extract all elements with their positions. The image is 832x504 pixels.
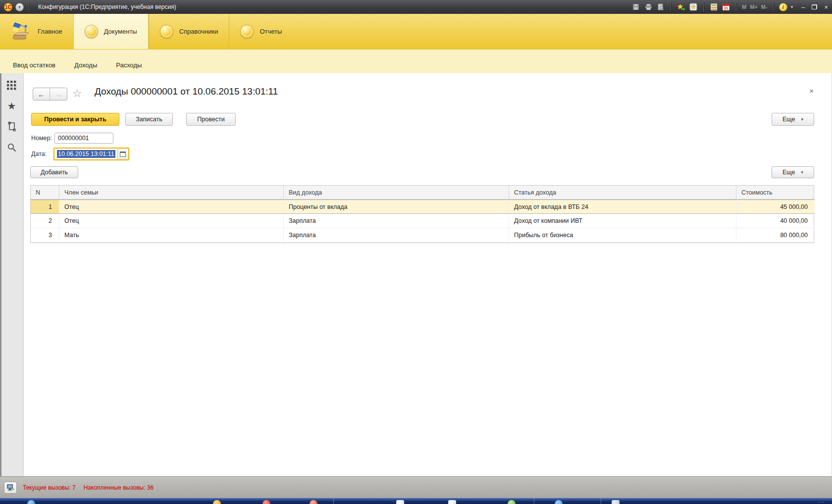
forward-button[interactable]: → <box>50 88 67 100</box>
post-button[interactable]: Провести <box>186 113 236 126</box>
submenu-item-vvod-ostatkov[interactable]: Ввод остатков <box>13 61 55 69</box>
start-orb-icon[interactable] <box>27 500 35 504</box>
cell-income-type[interactable]: Проценты от вклада <box>284 200 509 214</box>
add-button[interactable]: Добавить <box>30 166 78 178</box>
cell-amount[interactable]: 45 000,00 <box>736 200 815 214</box>
table-row[interactable]: 2 Отец Зарплата Доход от компании ИВТ 40… <box>31 214 814 228</box>
taskbar-app-icon[interactable] <box>448 500 456 504</box>
table-more-button[interactable]: Еще ▾ <box>772 166 814 178</box>
restore-button[interactable] <box>812 4 817 9</box>
column-header-member[interactable]: Член семьи <box>59 186 284 200</box>
performance-indicator-icon[interactable] <box>4 482 17 494</box>
taskbar-app-icon[interactable] <box>612 500 620 504</box>
submenu-item-raskhody[interactable]: Расходы <box>116 61 142 69</box>
sphere-icon <box>85 25 98 38</box>
star-icon[interactable]: ★ <box>6 100 18 112</box>
back-button[interactable]: ← <box>33 88 50 100</box>
memory-add-button[interactable]: M+ <box>750 4 758 10</box>
status-bar: Текущие вызовы: 7 Накопленные вызовы: 36 <box>0 476 832 498</box>
documents-submenu: Ввод остатков Доходы Расходы <box>0 50 832 73</box>
history-icon[interactable] <box>6 121 18 133</box>
main-area: ★ ← → ☆ Доходы 000000001 от 10.06.2015 1… <box>0 73 832 476</box>
memory-subtract-button[interactable]: M- <box>761 4 768 10</box>
cell-member[interactable]: Отец <box>59 200 284 214</box>
calculator-icon[interactable] <box>709 2 718 11</box>
cell-amount[interactable]: 40 000,00 <box>736 214 815 228</box>
date-field[interactable]: 10.06.2015 13:01:11 <box>54 149 117 159</box>
more-button[interactable]: Еще ▾ <box>772 113 814 126</box>
print-preview-icon[interactable] <box>656 2 665 11</box>
divider <box>703 2 704 11</box>
system-menu-button[interactable]: ▾ <box>15 3 24 11</box>
favorites-icon[interactable] <box>689 2 698 11</box>
calendar-picker-icon <box>120 151 126 157</box>
column-header-income-item[interactable]: Статья дохода <box>509 186 736 200</box>
svg-text:31: 31 <box>724 6 728 10</box>
current-calls-text: Текущие вызовы: 7 <box>23 484 76 491</box>
print-icon[interactable] <box>644 2 653 11</box>
title-bar: 1С ▾ Конфигурация (1С:Предприятие, учебн… <box>0 0 832 14</box>
desk-lamp-icon <box>11 21 32 42</box>
income-table: N Член семьи Вид дохода Статья дохода Ст… <box>30 185 814 243</box>
tab-label: Документы <box>104 28 137 35</box>
cell-income-type[interactable]: Зарплата <box>284 214 509 228</box>
taskbar-divider <box>534 498 534 504</box>
cell-income-item[interactable]: Доход от компании ИВТ <box>509 214 736 228</box>
number-field[interactable]: 000000001 <box>54 133 113 144</box>
cell-member[interactable]: Отец <box>59 214 284 228</box>
date-picker-button[interactable] <box>117 149 128 159</box>
column-header-amount[interactable]: Стоимость <box>736 186 815 200</box>
add-favorite-icon[interactable] <box>676 2 685 11</box>
tab-dokumenty[interactable]: Документы <box>73 14 149 49</box>
memory-recall-button[interactable]: M <box>742 4 746 10</box>
chevron-down-icon: ▾ <box>801 170 803 175</box>
info-icon[interactable]: i <box>779 3 787 11</box>
tab-otchety[interactable]: Отчеты <box>229 14 293 49</box>
submenu-item-dokhody[interactable]: Доходы <box>74 61 97 69</box>
write-button[interactable]: Записать <box>125 113 173 126</box>
table-row[interactable]: 1 Отец Проценты от вклада Доход от вклад… <box>31 200 814 214</box>
divider <box>736 2 736 11</box>
taskbar-app-icon[interactable] <box>396 500 404 504</box>
cell-income-item[interactable]: Прибыль от бизнеса <box>509 228 736 243</box>
cell-income-type[interactable]: Зарплата <box>284 228 509 243</box>
tab-glavnoe[interactable]: Главное <box>0 14 73 49</box>
calendar-icon[interactable]: 31 <box>722 2 730 11</box>
windows-taskbar[interactable]: ... <box>0 498 832 504</box>
sphere-icon <box>240 25 254 38</box>
table-header-row: N Член семьи Вид дохода Статья дохода Ст… <box>31 186 814 200</box>
table-row[interactable]: 3 Мать Зарплата Прибыль от бизнеса 80 00… <box>31 228 814 243</box>
history-nav: ← → <box>33 88 67 101</box>
cell-member[interactable]: Мать <box>59 228 284 243</box>
accumulated-calls-text: Накопленные вызовы: 36 <box>84 484 154 491</box>
taskbar-app-icon[interactable] <box>508 500 516 504</box>
info-dropdown-icon[interactable]: ▾ <box>791 4 793 9</box>
taskbar-divider <box>333 498 334 504</box>
save-icon[interactable] <box>631 2 640 11</box>
post-and-close-button[interactable]: Провести и закрыть <box>31 113 119 126</box>
taskbar-app-icon[interactable] <box>310 500 317 504</box>
close-form-button[interactable]: × <box>809 87 814 95</box>
divider <box>773 2 774 11</box>
cell-row-number[interactable]: 3 <box>31 228 59 243</box>
cell-row-number[interactable]: 2 <box>31 214 59 228</box>
cell-row-number[interactable]: 1 <box>31 200 59 214</box>
search-icon[interactable] <box>6 142 18 153</box>
menu-grid-icon[interactable] <box>6 79 18 91</box>
column-header-income-type[interactable]: Вид дохода <box>284 186 509 200</box>
favorite-star-icon[interactable]: ☆ <box>72 87 82 100</box>
more-button-label: Еще <box>782 169 795 176</box>
taskbar-app-icon[interactable] <box>213 500 221 504</box>
cell-income-item[interactable]: Доход от вклада в ВТБ 24 <box>509 200 736 214</box>
close-window-button[interactable]: × <box>824 4 828 10</box>
cell-amount[interactable]: 80 000,00 <box>736 228 815 243</box>
column-header-n[interactable]: N <box>31 186 59 200</box>
chevron-down-icon: ▾ <box>801 117 803 122</box>
tab-label: Отчеты <box>260 28 282 35</box>
minimize-button[interactable]: – <box>801 4 805 10</box>
taskbar-app-icon[interactable] <box>262 500 270 504</box>
application-window: 1С ▾ Конфигурация (1С:Предприятие, учебн… <box>0 0 832 504</box>
tab-spravochniki[interactable]: Справочники <box>149 14 229 49</box>
taskbar-app-icon[interactable] <box>555 500 563 504</box>
app-logo-icon[interactable]: 1С <box>4 3 12 11</box>
